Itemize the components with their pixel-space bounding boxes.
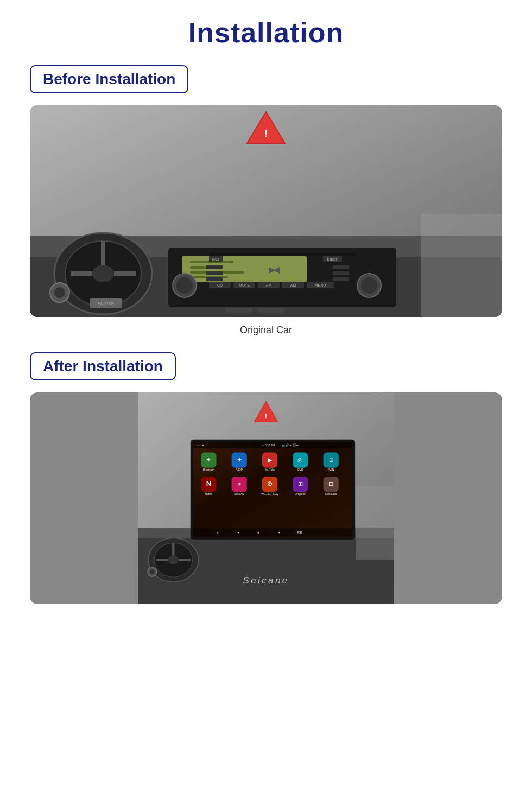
svg-text:AM: AM (290, 283, 296, 287)
svg-rect-108 (356, 486, 394, 560)
svg-rect-40 (333, 265, 349, 269)
svg-text:Seicane: Seicane (243, 575, 289, 586)
svg-text:◎: ◎ (297, 456, 303, 463)
svg-text:A2DP: A2DP (236, 468, 243, 471)
svg-point-56 (168, 556, 179, 564)
svg-point-22 (176, 277, 193, 294)
svg-point-24 (361, 277, 377, 294)
svg-rect-42 (333, 277, 349, 281)
svg-rect-48 (225, 308, 252, 313)
svg-text:📷 🔊 ✕ ⬛ ↩: 📷 🔊 ✕ ⬛ ↩ (282, 443, 299, 447)
svg-rect-25 (209, 253, 356, 256)
svg-text:⊕: ⊕ (257, 531, 259, 534)
svg-text:✦: ✦ (237, 456, 242, 464)
svg-point-10 (54, 287, 65, 298)
svg-text:FM: FM (266, 283, 271, 287)
svg-text:⊞: ⊞ (298, 480, 303, 487)
svg-text:!: ! (265, 412, 267, 420)
svg-text:AVIN: AVIN (328, 468, 334, 471)
after-installation-image: ! ⌂ ⊕ ▼ 5:28 PM 📷 🔊 ✕ ⬛ ↩ ✦ Bluetooth ✦ … (30, 392, 502, 604)
svg-text:Bluetooth: Bluetooth (203, 468, 214, 471)
svg-text:RST: RST (297, 531, 302, 534)
svg-rect-50 (421, 214, 502, 317)
svg-text:▼ 5:28 PM: ▼ 5:28 PM (262, 444, 275, 447)
svg-rect-44 (206, 271, 223, 275)
after-installation-label: After Installation (30, 352, 176, 380)
svg-text:≋: ≋ (237, 481, 242, 487)
svg-text:Wheelkey Study: Wheelkey Study (261, 493, 278, 496)
after-car-svg: ! ⌂ ⊕ ▼ 5:28 PM 📷 🔊 ✕ ⬛ ↩ ✦ Bluetooth ✦ … (30, 392, 502, 604)
svg-text:⌂: ⌂ (197, 443, 199, 447)
svg-rect-41 (333, 271, 349, 275)
svg-text:Calculator: Calculator (325, 493, 337, 496)
svg-text:⊡: ⊡ (329, 457, 333, 463)
svg-text:MUTE: MUTE (239, 283, 250, 287)
svg-point-61 (150, 569, 155, 575)
svg-text:ENGINE: ENGINE (98, 301, 115, 306)
svg-text:SiriusXM: SiriusXM (234, 493, 244, 496)
svg-text:✦: ✦ (206, 456, 211, 464)
svg-text:Netflix: Netflix (205, 493, 213, 496)
svg-text:RAD: RAD (212, 258, 219, 261)
before-caption: Original Car (30, 325, 502, 336)
svg-text:CD: CD (217, 283, 223, 287)
svg-text:MENU: MENU (315, 283, 326, 287)
before-installation-label: Before Installation (30, 65, 188, 93)
svg-text:!: ! (264, 128, 268, 139)
svg-text:⊟: ⊟ (328, 480, 333, 487)
svg-rect-49 (258, 308, 285, 313)
svg-rect-45 (206, 277, 223, 281)
svg-text:✦: ✦ (237, 531, 239, 534)
svg-text:DVR: DVR (297, 468, 303, 471)
svg-point-5 (92, 265, 114, 282)
svg-rect-43 (206, 265, 223, 269)
before-car-svg: ENGINE ! CD MUTE FM AM MENU RAD (30, 105, 502, 317)
svg-text:⊕: ⊕ (267, 480, 273, 487)
page-title: Installation (30, 16, 502, 49)
svg-text:✦: ✦ (278, 531, 280, 534)
svg-text:Amplifier: Amplifier (295, 493, 306, 496)
svg-text:⊕: ⊕ (202, 443, 204, 447)
svg-text:N: N (206, 479, 211, 487)
svg-text:▶: ▶ (268, 456, 273, 463)
before-installation-image: ENGINE ! CD MUTE FM AM MENU RAD (30, 105, 502, 317)
after-installation-section: After Installation (30, 352, 502, 604)
svg-text:EJECT: EJECT (327, 258, 337, 261)
svg-text:YouTube: YouTube (264, 468, 275, 471)
svg-text:≡: ≡ (217, 531, 218, 534)
